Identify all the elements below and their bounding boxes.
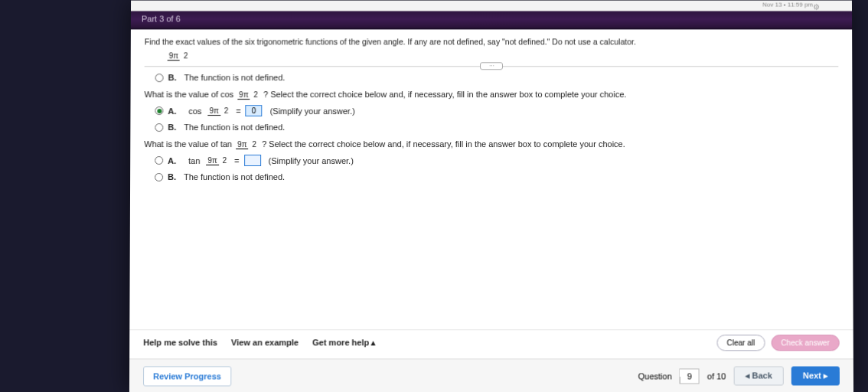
question-number-input[interactable] (680, 368, 700, 384)
tan-a-prefix: tan (188, 156, 200, 165)
tan-frac-den: 2 (250, 140, 258, 149)
cos-prompt: What is the value of cos 9π 2 ? Select t… (145, 90, 839, 99)
question-of: of 10 (707, 371, 726, 381)
tan-a-letter: A. (168, 156, 176, 165)
action-bar: Help me solve this View an example Get m… (129, 329, 853, 357)
back-button[interactable]: ◂ Back (733, 366, 784, 385)
angle-denominator: 2 (182, 51, 190, 60)
part-header: Part 3 of 6 (131, 11, 852, 30)
tan-frac-num: 9π (236, 140, 248, 149)
cos-prompt-pre: What is the value of cos (145, 90, 237, 99)
tan-b-text: The function is not defined. (184, 172, 285, 181)
prev-b-text: The function is not defined. (184, 73, 286, 82)
tan-option-b-row[interactable]: B. The function is not defined. (155, 172, 839, 181)
prev-b-letter: B. (168, 73, 177, 82)
angle-numerator: 9π (168, 51, 180, 60)
radio-prev-b[interactable] (155, 74, 164, 82)
cos-option-b-row[interactable]: B. The function is not defined. (155, 122, 838, 132)
cos-a-prefix: cos (188, 106, 201, 116)
cos-option-a-row[interactable]: A. cos 9π 2 = (Simplify your answer.) (155, 105, 838, 116)
radio-tan-a[interactable] (155, 156, 163, 165)
radio-tan-b[interactable] (155, 173, 163, 181)
help-solve-link[interactable]: Help me solve this (143, 338, 217, 348)
question-content: Find the exact values of the six trigono… (129, 29, 853, 312)
tan-b-letter: B. (168, 172, 176, 181)
cos-a-equals: = (236, 106, 240, 116)
tan-prompt-post: ? Select the correct choice below and, i… (262, 139, 625, 149)
cos-a-hint: (Simplify your answer.) (270, 106, 355, 116)
tan-a-equals: = (234, 156, 239, 165)
get-more-help-link[interactable]: Get more help ▴ (312, 338, 376, 348)
divider: ⋯ (145, 66, 839, 67)
collapse-icon[interactable]: ⋯ (480, 62, 503, 70)
nav-bar: Review Progress Question of 10 ◂ Back Ne… (129, 358, 853, 392)
instructions: Find the exact values of the six trigono… (145, 37, 838, 46)
radio-cos-a[interactable] (155, 106, 163, 115)
part-label: Part 3 of 6 (142, 15, 181, 24)
tan-prompt-pre: What is the value of tan (144, 139, 234, 149)
cos-answer-input[interactable] (246, 105, 263, 116)
clear-all-button[interactable]: Clear all (716, 335, 765, 351)
review-progress-button[interactable]: Review Progress (143, 366, 231, 386)
cos-frac-den: 2 (252, 90, 259, 99)
gear-icon[interactable]: ⚙ (813, 3, 820, 12)
cos-frac-num: 9π (237, 90, 250, 100)
tan-answer-input[interactable] (244, 155, 261, 166)
question-label: Question (638, 371, 672, 381)
system-time: Nov 13 • 11:59 pm (762, 2, 813, 8)
cos-a-letter: A. (168, 106, 176, 116)
cos-b-letter: B. (168, 122, 176, 132)
cos-prompt-post: ? Select the correct choice below and, i… (263, 90, 626, 99)
given-angle: 9π 2 (168, 52, 190, 60)
tan-option-a-row[interactable]: A. tan 9π 2 = (Simplify your answer.) (155, 155, 839, 166)
tan-prompt: What is the value of tan 9π 2 ? Select t… (144, 139, 839, 149)
tan-a-hint: (Simplify your answer.) (269, 156, 354, 165)
cos-b-text: The function is not defined. (184, 122, 285, 132)
next-button[interactable]: Next ▸ (791, 366, 840, 385)
view-example-link[interactable]: View an example (231, 338, 299, 348)
prev-option-b-row[interactable]: B. The function is not defined. (155, 73, 839, 82)
window-top-strip: Nov 13 • 11:59 pm ⚙ (131, 1, 852, 11)
radio-cos-b[interactable] (155, 123, 163, 132)
check-answer-button[interactable]: Check answer (771, 335, 840, 351)
